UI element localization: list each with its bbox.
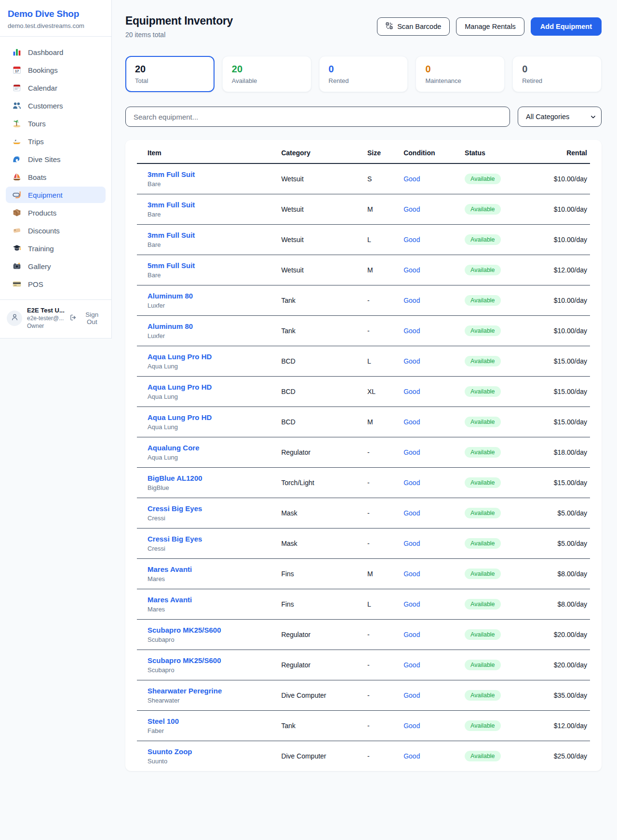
item-name-link[interactable]: Aqualung Core bbox=[148, 444, 273, 452]
sidebar-item-discounts[interactable]: Discounts bbox=[6, 222, 106, 239]
stat-card-maintenance[interactable]: 0 Maintenance bbox=[416, 56, 505, 92]
status-badge: Available bbox=[465, 751, 501, 761]
sidebar-item-boats[interactable]: Boats bbox=[6, 169, 106, 185]
status-cell: Available bbox=[461, 163, 536, 194]
status-cell: Available bbox=[461, 620, 536, 650]
sidebar-item-pos[interactable]: POS bbox=[6, 276, 106, 292]
item-brand: Mares bbox=[148, 575, 273, 583]
condition-link[interactable]: Good bbox=[403, 600, 420, 608]
sign-out-button[interactable]: Sign Out bbox=[69, 311, 105, 325]
stat-card-total[interactable]: 20 Total bbox=[125, 56, 215, 92]
add-equipment-label: Add Equipment bbox=[540, 23, 592, 30]
equipment-table-card: Item Category Size Condition Status Rent… bbox=[125, 140, 602, 771]
status-cell: Available bbox=[461, 407, 536, 437]
rental-cell: $35.00/day bbox=[536, 680, 590, 711]
item-name-link[interactable]: Suunto Zoop bbox=[148, 747, 273, 756]
condition-link[interactable]: Good bbox=[403, 448, 420, 456]
stat-value: 0 bbox=[522, 64, 592, 75]
category-cell: BCD bbox=[277, 407, 363, 437]
item-name-link[interactable]: Mares Avanti bbox=[148, 565, 273, 573]
rental-cell: $15.00/day bbox=[536, 377, 590, 407]
stat-card-retired[interactable]: 0 Retired bbox=[512, 56, 602, 92]
category-cell: Wetsuit bbox=[277, 194, 363, 225]
condition-link[interactable]: Good bbox=[403, 631, 420, 638]
item-brand: Scubapro bbox=[148, 666, 273, 674]
search-input[interactable] bbox=[125, 107, 510, 127]
item-name-link[interactable]: 3mm Full Suit bbox=[148, 231, 273, 239]
item-name-link[interactable]: Aluminum 80 bbox=[148, 292, 273, 300]
stat-label: Maintenance bbox=[425, 77, 495, 84]
rental-cell: $10.00/day bbox=[536, 163, 590, 194]
status-badge: Available bbox=[465, 204, 501, 215]
sidebar-item-dashboard[interactable]: Dashboard bbox=[6, 44, 106, 60]
status-badge: Available bbox=[465, 660, 501, 670]
condition-link[interactable]: Good bbox=[403, 752, 420, 760]
condition-link[interactable]: Good bbox=[403, 509, 420, 517]
user-box: E2E Test U... e2e-tester@... Owner Sign … bbox=[0, 299, 111, 338]
condition-cell: Good bbox=[400, 407, 461, 437]
item-name-link[interactable]: Aqua Lung Pro HD bbox=[148, 383, 273, 391]
sign-out-label: Sign Out bbox=[80, 311, 105, 325]
condition-link[interactable]: Good bbox=[403, 418, 420, 426]
item-name-link[interactable]: Aqua Lung Pro HD bbox=[148, 352, 273, 361]
item-name-link[interactable]: 3mm Full Suit bbox=[148, 170, 273, 178]
rental-cell: $20.00/day bbox=[536, 650, 590, 680]
sailboat-icon bbox=[13, 173, 21, 181]
manage-rentals-button[interactable]: Manage Rentals bbox=[456, 17, 524, 36]
condition-link[interactable]: Good bbox=[403, 236, 420, 244]
item-name-link[interactable]: Mares Avanti bbox=[148, 596, 273, 604]
sidebar-item-bookings[interactable]: 17 Bookings bbox=[6, 62, 106, 78]
item-name-link[interactable]: Aluminum 80 bbox=[148, 322, 273, 330]
sidebar-item-training[interactable]: Training bbox=[6, 240, 106, 257]
item-name-link[interactable]: BigBlue AL1200 bbox=[148, 474, 273, 482]
item-name-link[interactable]: 3mm Full Suit bbox=[148, 201, 273, 209]
condition-link[interactable]: Good bbox=[403, 570, 420, 578]
category-filter[interactable]: All Categories bbox=[518, 107, 602, 127]
item-cell: Shearwater Peregrine Shearwater bbox=[137, 680, 277, 711]
sidebar-item-gallery[interactable]: Gallery bbox=[6, 258, 106, 274]
rental-cell: $10.00/day bbox=[536, 225, 590, 255]
condition-link[interactable]: Good bbox=[403, 388, 420, 395]
condition-link[interactable]: Good bbox=[403, 327, 420, 335]
condition-link[interactable]: Good bbox=[403, 540, 420, 547]
scan-barcode-button[interactable]: Scan Barcode bbox=[377, 17, 450, 36]
item-name-link[interactable]: Steel 100 bbox=[148, 717, 273, 725]
speedboat-icon bbox=[13, 137, 21, 146]
item-name-link[interactable]: Scubapro MK25/S600 bbox=[148, 626, 273, 634]
condition-link[interactable]: Good bbox=[403, 266, 420, 274]
condition-link[interactable]: Good bbox=[403, 722, 420, 730]
sidebar-item-label: Dive Sites bbox=[28, 155, 61, 163]
condition-link[interactable]: Good bbox=[403, 479, 420, 487]
item-name-link[interactable]: Aqua Lung Pro HD bbox=[148, 413, 273, 421]
add-equipment-button[interactable]: Add Equipment bbox=[531, 17, 602, 36]
sidebar-item-products[interactable]: Products bbox=[6, 204, 106, 221]
condition-link[interactable]: Good bbox=[403, 661, 420, 669]
sidebar-item-equipment[interactable]: Equipment bbox=[6, 187, 106, 203]
item-name-link[interactable]: Shearwater Peregrine bbox=[148, 687, 273, 695]
item-name-link[interactable]: Cressi Big Eyes bbox=[148, 535, 273, 543]
condition-link[interactable]: Good bbox=[403, 357, 420, 365]
size-cell: L bbox=[363, 346, 400, 377]
condition-link[interactable]: Good bbox=[403, 297, 420, 304]
condition-link[interactable]: Good bbox=[403, 691, 420, 699]
condition-cell: Good bbox=[400, 559, 461, 589]
camera-icon bbox=[13, 262, 21, 271]
brand-name[interactable]: Demo Dive Shop bbox=[8, 9, 104, 19]
item-name-link[interactable]: 5mm Full Suit bbox=[148, 261, 273, 270]
sidebar-item-calendar[interactable]: Calendar bbox=[6, 80, 106, 96]
stat-card-rented[interactable]: 0 Rented bbox=[319, 56, 408, 92]
sidebar-item-trips[interactable]: Trips bbox=[6, 133, 106, 149]
item-name-link[interactable]: Cressi Big Eyes bbox=[148, 504, 273, 513]
page-title: Equipment Inventory bbox=[125, 14, 233, 27]
item-name-link[interactable]: Scubapro MK25/S600 bbox=[148, 656, 273, 664]
status-badge: Available bbox=[465, 569, 501, 579]
size-cell: - bbox=[363, 498, 400, 528]
condition-link[interactable]: Good bbox=[403, 175, 420, 183]
condition-cell: Good bbox=[400, 498, 461, 528]
user-role: Owner bbox=[27, 323, 65, 329]
condition-link[interactable]: Good bbox=[403, 205, 420, 213]
sidebar-item-customers[interactable]: Customers bbox=[6, 97, 106, 114]
sidebar-item-dive-sites[interactable]: Dive Sites bbox=[6, 151, 106, 167]
stat-card-available[interactable]: 20 Available bbox=[222, 56, 311, 92]
sidebar-item-tours[interactable]: Tours bbox=[6, 115, 106, 132]
